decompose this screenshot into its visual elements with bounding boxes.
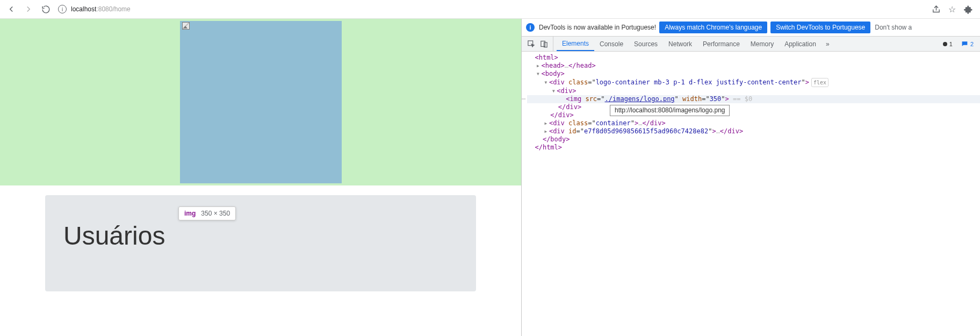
elements-dom-tree[interactable]: <html> ▸<head>…</head> ▾<body> ▾<div cla… — [522, 52, 980, 336]
banner-match-language-button[interactable]: Always match Chrome's language — [659, 22, 767, 33]
users-card: Usuários — [45, 195, 476, 291]
error-counter[interactable]: 1 — [940, 40, 956, 48]
banner-dont-show[interactable]: Don't show a — [875, 24, 912, 31]
address-bar[interactable]: i localhost:8080/home — [58, 5, 931, 13]
extensions-icon[interactable] — [963, 4, 974, 15]
browser-toolbar: i localhost:8080/home ☆ — [0, 0, 980, 19]
nav-reload-button[interactable] — [39, 2, 53, 16]
expand-toggle-icon[interactable]: ▾ — [550, 87, 557, 95]
banner-text: DevTools is now available in Portuguese! — [539, 24, 656, 31]
device-toggle-icon[interactable] — [538, 37, 550, 51]
svg-rect-1 — [541, 41, 545, 47]
message-icon — [961, 40, 968, 47]
nav-back-button[interactable] — [4, 2, 18, 16]
share-icon[interactable] — [931, 4, 941, 15]
card-title: Usuários — [63, 221, 458, 251]
devtools-language-banner: i DevTools is now available in Portugues… — [522, 19, 980, 37]
expand-toggle-icon[interactable]: ▸ — [543, 119, 549, 127]
reload-icon — [41, 5, 51, 14]
tab-console[interactable]: Console — [594, 37, 629, 51]
devtools-pane: i DevTools is now available in Portugues… — [521, 19, 980, 336]
broken-image-icon — [182, 22, 190, 30]
bookmark-star-icon[interactable]: ☆ — [947, 4, 957, 15]
tab-network[interactable]: Network — [663, 37, 697, 51]
banner-switch-language-button[interactable]: Switch DevTools to Portuguese — [770, 22, 870, 33]
tooltip-tag: img — [184, 210, 196, 217]
arrow-right-icon — [24, 4, 33, 14]
flex-badge[interactable]: flex — [811, 78, 828, 87]
tab-performance[interactable]: Performance — [697, 37, 745, 51]
expand-toggle-icon[interactable]: ▸ — [543, 127, 549, 135]
logo-image-placeholder[interactable] — [180, 21, 342, 183]
tab-sources[interactable]: Sources — [629, 37, 663, 51]
tab-application[interactable]: Application — [779, 37, 822, 51]
site-info-icon[interactable]: i — [58, 5, 67, 13]
tab-memory[interactable]: Memory — [745, 37, 779, 51]
tab-elements[interactable]: Elements — [557, 37, 594, 51]
message-counter[interactable]: 2 — [958, 40, 977, 48]
element-inspector-tooltip: img 350 × 350 — [178, 206, 236, 220]
expand-toggle-icon[interactable]: ▸ — [535, 62, 541, 70]
tabs-overflow-icon[interactable]: » — [822, 37, 834, 51]
expand-toggle-icon[interactable]: ▾ — [543, 78, 549, 87]
url-text: localhost:8080/home — [71, 5, 131, 13]
logo-container — [0, 19, 521, 185]
src-url-tooltip: http://localhost:8080/imagens/logo.png — [610, 105, 730, 116]
inspect-element-icon[interactable] — [525, 37, 537, 51]
devtools-tabstrip: Elements Console Sources Network Perform… — [522, 37, 980, 52]
info-icon: i — [526, 23, 535, 32]
expand-toggle-icon[interactable]: ▾ — [535, 70, 541, 78]
arrow-left-icon — [6, 4, 16, 14]
tooltip-dimensions: 350 × 350 — [201, 210, 230, 217]
nav-forward-button[interactable] — [21, 2, 35, 16]
rendered-page-pane: img 350 × 350 Usuários — [0, 19, 521, 336]
selected-dom-node[interactable]: ⋯ <img src="./imagens/logo.png" width="3… — [527, 95, 980, 103]
